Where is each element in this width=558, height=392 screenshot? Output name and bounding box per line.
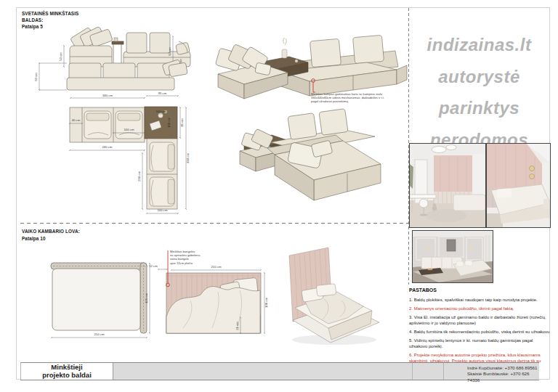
bed-annotation-line3: viena bangelė (170, 257, 189, 261)
watermark-line3: parinktys (409, 92, 549, 124)
photo-kids-room-desk (409, 143, 486, 228)
kidsroom-room-label: Patalpa 10 (22, 236, 80, 242)
dim-label-total-length: 340 cm (102, 94, 113, 97)
bed-annotation-line4: apie 12cm pločio (170, 261, 193, 265)
livingroom-room-label: Patalpa 5 (22, 24, 78, 30)
livingroom-section-title: SVETAINĖS MINKŠTASIS BALDAS: Patalpa 5 (22, 11, 78, 30)
dim-label-chaise-inner: 230 cm (137, 171, 141, 182)
photo-living-room (412, 230, 493, 283)
sofa-front-elevation (67, 60, 187, 90)
corner-table-3d (259, 38, 308, 78)
dim-label-bed-width-plan: 125 cm (145, 293, 148, 304)
contact-line2: Skaistė Bumblauskė: +370 626 74336 (467, 371, 539, 383)
contact-info: Indrė Kupčiunaitė: +370 686 89561 Skaist… (467, 365, 539, 383)
dim-label-table-width: 100 cm (155, 110, 166, 113)
corner-table-plan (145, 107, 177, 139)
notes-panel: PASTABOS 1. Baldų plokštės, spalviškai n… (409, 287, 550, 373)
note-item-1: 1. Baldų plokštės, spalviškai naudojam t… (409, 298, 550, 303)
dim-label-chaise-length: 330 cm (186, 153, 190, 164)
bed-3d-render (289, 248, 379, 345)
sofa-3d-render (215, 35, 407, 99)
sofa-front-dims: 60 cm 340 cm 95 cm (34, 63, 178, 98)
sofa-plan-view (70, 107, 177, 209)
sofa-annotation-line1: Minkštas kampas gaminamas kartu su kampi… (311, 92, 383, 96)
bed-annotation-line2: su aptrauktu gobelenu, (170, 253, 201, 257)
dim-label-bed-length-plan: 210 cm (94, 332, 105, 336)
dim-label-headboard-height: 108 cm (264, 298, 268, 309)
dim-label-wave-width: 12 cm (149, 264, 158, 268)
titleblock-divider (443, 363, 444, 380)
sofa-plan-dims: 40 cm 100 cm 100 cm 95 cm 100 cm 240 cm … (70, 107, 190, 213)
sofa-annotation-line3: pagal užsakovo pasirinkimą (311, 99, 349, 103)
watermark: indizainas.lt autorystė parinktys nerodo… (409, 29, 549, 156)
notes-title: PASTABOS (409, 287, 550, 293)
dim-label-headrest: 42 cm (179, 59, 182, 68)
dim-label-seat-width: 100 cm (124, 128, 134, 131)
note-item-2: 2. Matmenys orientacinio pobūdžio, tikri… (409, 306, 550, 312)
kidsroom-title-line: VAIKO KAMBARIO LOVA: (22, 229, 80, 235)
contact-line1: Indrė Kupčiunaitė: +370 686 89561 (467, 365, 539, 371)
sofa-annotation-line2: 330x340x60cm vidinis mechanizmas, daikta… (311, 96, 384, 99)
titleblock-divider (412, 363, 413, 380)
sofa-side-dims: 50 cm 60 cm 42 cm (59, 36, 182, 68)
photo-kids-room-bed-image (487, 144, 550, 227)
photo-living-room-image (413, 231, 493, 282)
dim-label-table-inner: 100 cm (167, 118, 171, 128)
titleblock-info-bar: Indrė Kupčiunaitė: +370 686 89561 Skaist… (113, 363, 539, 380)
sofa-annotation: Minkštas kampas gaminamas kartu su kampi… (311, 79, 384, 104)
photo-kids-room-desk-image (410, 144, 485, 227)
photo-kids-room-bed (486, 143, 551, 228)
kidsroom-section-title: VAIKO KAMBARIO LOVA: Patalpa 10 (22, 229, 80, 242)
dim-label-mattress-height: 21 cm (235, 322, 239, 330)
dim-label-sofa-length: 240 cm (102, 145, 113, 149)
dim-label-table-depth: 95 cm (180, 118, 184, 127)
dim-label-table-top: 95 cm (158, 91, 167, 95)
bed-elevation-dims: 12 cm 210 cm 108 cm 21 cm (149, 264, 267, 333)
watermark-line2: autorystė (409, 61, 549, 93)
bed-annotation: Minkštos bangelės su aptrauktu gobelenu,… (166, 250, 201, 287)
titleblock-title: Minkštieji projekto baldai (21, 363, 113, 380)
dim-label-side-height: 50 cm (59, 52, 62, 61)
watermark-line1: indizainas.lt (409, 29, 549, 61)
note-item-3: 3. Visa El. instaliacija už gaminamo bal… (409, 315, 550, 326)
note-item-4: 4. Baldų furnitūra tik rekomendacinio po… (409, 330, 550, 335)
project-sheet: 50 cm 60 cm 42 cm 60 cm 340 cm 95 cm (0, 0, 558, 392)
dim-label-bed-length-elev: 210 cm (211, 265, 222, 269)
livingroom-title-line1: SVETAINĖS MINKŠTASIS (22, 11, 78, 17)
dim-label-chaise-width: 100 cm (157, 208, 168, 212)
dim-label-arm-width: 40 cm (72, 118, 81, 122)
titleblock-title-line2: projekto baldai (21, 372, 113, 380)
bed-annotation-line1: Minkštos bangelės (170, 250, 195, 253)
bed-elevation (166, 273, 261, 333)
livingroom-title-line2: BALDAS: (22, 17, 78, 24)
bed-plan (51, 263, 147, 333)
dim-label-front-height: 60 cm (34, 73, 38, 81)
sofa-side-elevation (70, 26, 190, 67)
bed-plan-dims: 210 cm 125 cm (52, 264, 150, 338)
title-block: Minkštieji projekto baldai Indrė Kupčiun… (20, 362, 539, 380)
dim-label-back-height: 60 cm (168, 47, 171, 56)
sofa-3d-render-back (240, 109, 381, 200)
note-item-5: 5. Vidinių spintelių lentynos ir kt. num… (409, 338, 550, 349)
